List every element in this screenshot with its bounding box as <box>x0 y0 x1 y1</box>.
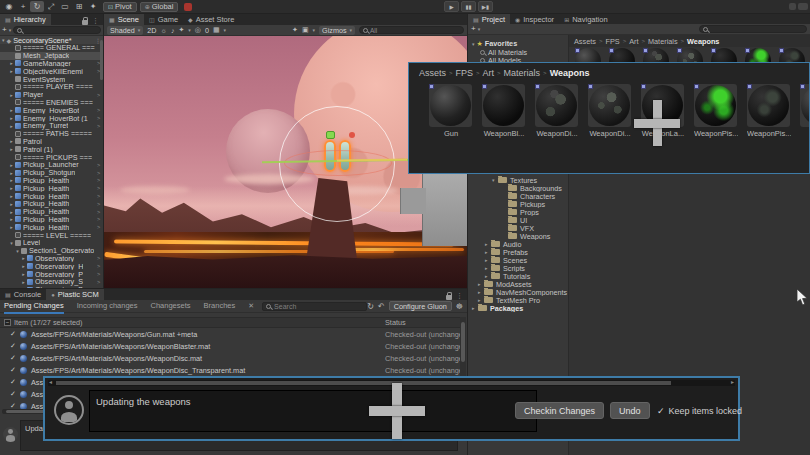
breadcrumb-item[interactable]: Art> <box>629 37 645 46</box>
hierarchy-item[interactable]: ===== GENERAL === <box>0 44 103 52</box>
breadcrumb-item[interactable]: FPS> <box>605 37 626 46</box>
favorites-header[interactable]: ▾★Favorites <box>468 35 568 49</box>
breadcrumb-item[interactable]: FPS> <box>456 68 480 78</box>
asset-thumbnail[interactable]: WeaponDi... <box>535 84 579 138</box>
folder-item[interactable]: Packages <box>468 304 568 312</box>
status-column-header[interactable]: Status <box>385 318 406 327</box>
select-all-checkbox[interactable]: − <box>4 319 11 326</box>
expand-caret[interactable] <box>8 193 15 199</box>
hierarchy-item[interactable]: Observatory_P <box>0 270 103 278</box>
hierarchy-item[interactable]: ===== PLAYER ==== <box>0 83 103 91</box>
hierarchy-item[interactable]: ObjectiveKillEnemi <box>0 67 103 75</box>
asset-thumbnail[interactable]: We... <box>800 84 810 138</box>
hierarchy-item[interactable]: Player <box>0 91 103 99</box>
checkbox-checked-icon[interactable]: ✓ <box>10 402 16 409</box>
expand-caret[interactable] <box>8 170 15 176</box>
expand-caret[interactable] <box>14 248 21 254</box>
tab-hierarchy[interactable]: ▤Hierarchy <box>0 14 51 25</box>
close-tab-icon[interactable]: ✕ <box>248 302 254 310</box>
hierarchy-item[interactable]: GameManager <box>0 60 103 68</box>
expand-caret[interactable]: ▾ <box>2 37 5 43</box>
hierarchy-item[interactable]: Enemy_HoverBot <box>0 106 103 114</box>
hierarchy-item[interactable]: Pickup_Health <box>0 200 103 208</box>
tool-button[interactable]: ↻ <box>30 1 44 12</box>
prefab-arrow-icon[interactable] <box>97 162 103 168</box>
expand-caret[interactable] <box>8 92 15 98</box>
folder-item[interactable]: VFX <box>468 224 568 232</box>
folder-item[interactable]: Scripts <box>468 264 568 272</box>
pivot-toggle[interactable]: ⊡Pivot <box>103 2 137 12</box>
checkbox-checked-icon[interactable]: ✓ <box>10 390 16 398</box>
breadcrumb-item[interactable]: Assets> <box>419 68 453 78</box>
folder-item[interactable]: ModAssets <box>468 280 568 288</box>
expand-caret[interactable] <box>8 224 15 230</box>
breadcrumb-item[interactable]: Weapons> <box>550 68 590 78</box>
folder-item[interactable]: Textures <box>468 176 568 184</box>
scene-search-input[interactable]: All <box>359 26 464 34</box>
prefab-arrow-icon[interactable] <box>97 201 103 207</box>
lighting-toggle-icon[interactable]: ☼ <box>161 27 167 34</box>
layout-dropdown[interactable] <box>798 3 808 10</box>
folder-item[interactable]: TextMesh Pro <box>468 296 568 304</box>
expand-caret[interactable] <box>8 209 15 215</box>
prefab-arrow-icon[interactable] <box>97 123 103 129</box>
tool-button[interactable]: + <box>16 1 30 12</box>
checkbox-checked-icon[interactable]: ✓ <box>10 342 16 350</box>
configure-gluon-button[interactable]: Configure Gluon <box>389 301 452 311</box>
tool-button[interactable]: ✦ <box>86 1 100 12</box>
checkin-changes-button[interactable]: Checkin Changes <box>515 402 604 419</box>
hierarchy-item[interactable]: Pickup_Health <box>0 208 103 216</box>
hierarchy-item[interactable]: ===== PATHS ===== <box>0 130 103 138</box>
hierarchy-item[interactable]: Level <box>0 239 103 247</box>
prefab-arrow-icon[interactable] <box>97 216 103 222</box>
hierarchy-item[interactable]: Pickup_Shotgun <box>0 169 103 177</box>
hierarchy-item[interactable]: Observatory_S <box>0 278 103 286</box>
global-toggle[interactable]: ⊕Global <box>140 2 179 12</box>
prefab-arrow-icon[interactable] <box>97 115 103 121</box>
checkbox-checked-icon[interactable]: ✓ <box>10 354 16 362</box>
add-object-button[interactable]: + <box>2 26 7 34</box>
prefab-arrow-icon[interactable] <box>97 279 103 285</box>
asset-thumbnail[interactable]: WeaponPis... <box>747 84 791 138</box>
hierarchy-item[interactable]: Observatory_H <box>0 262 103 270</box>
expand-caret[interactable] <box>8 138 15 144</box>
folder-item[interactable]: UI <box>468 216 568 224</box>
plastic-search-input[interactable]: Search <box>262 302 367 311</box>
expand-caret[interactable] <box>8 240 15 246</box>
tool-button[interactable]: ⊞ <box>72 1 86 12</box>
pending-change-row[interactable]: ✓ Assets/FPS/Art/Materials/Weapons/Weapo… <box>0 340 460 352</box>
asset-thumbnail[interactable]: Gun <box>429 84 473 138</box>
prefab-arrow-icon[interactable] <box>97 224 103 230</box>
gear-icon[interactable]: ☸ <box>456 302 463 311</box>
breadcrumb-item[interactable]: Weapons> <box>687 37 719 46</box>
pause-button[interactable]: ▮▮ <box>461 1 476 12</box>
expand-caret[interactable] <box>8 60 15 66</box>
plastic-subtab[interactable]: Branches <box>204 299 236 314</box>
breadcrumb-item[interactable]: Materials> <box>504 68 547 78</box>
kebab-menu-icon[interactable]: ⋮ <box>456 291 463 300</box>
view-tab[interactable]: ◆Asset Store <box>183 14 239 25</box>
folder-item[interactable]: Pickups <box>468 200 568 208</box>
prefab-arrow-icon[interactable] <box>97 209 103 215</box>
scrollbar-thumb[interactable] <box>56 381 671 385</box>
camera-icon[interactable]: ▣ <box>302 26 309 34</box>
tool-button[interactable]: ⤢ <box>44 1 58 12</box>
breadcrumb-item[interactable]: Materials> <box>648 37 684 46</box>
prefab-arrow-icon[interactable] <box>97 170 103 176</box>
hierarchy-item[interactable]: Pickup_Health <box>0 223 103 231</box>
hierarchy-item[interactable]: ===== LEVEL ===== <box>0 231 103 239</box>
expand-caret[interactable] <box>8 107 15 113</box>
plastic-subtab[interactable]: Pending Changes <box>4 299 64 314</box>
prefab-arrow-icon[interactable] <box>97 92 103 98</box>
expand-caret[interactable] <box>8 201 15 207</box>
tool-button[interactable]: ◉ <box>2 1 16 12</box>
hierarchy-item[interactable]: Observatory <box>0 255 103 263</box>
breadcrumb-item[interactable]: Assets> <box>574 37 602 46</box>
pending-change-row[interactable]: ✓ Assets/FPS/Art/Materials/Weapons/Weapo… <box>0 364 460 376</box>
tool-button[interactable]: ▭ <box>58 1 72 12</box>
hierarchy-item[interactable]: Patrol <box>0 138 103 146</box>
hierarchy-item[interactable]: Mesh_Jetpack <box>0 52 103 60</box>
scroll-left-icon[interactable]: ◂ <box>49 378 52 385</box>
hierarchy-item[interactable]: Pickup_Health <box>0 192 103 200</box>
checkbox-checked-icon[interactable]: ✓ <box>10 330 16 338</box>
